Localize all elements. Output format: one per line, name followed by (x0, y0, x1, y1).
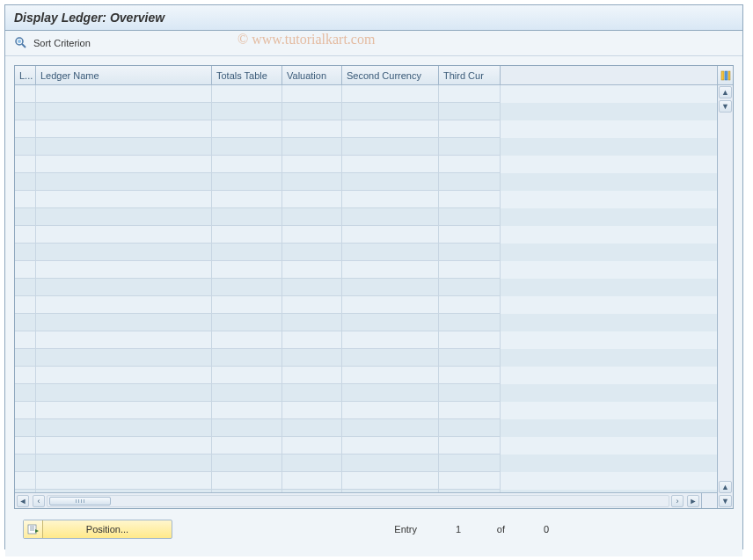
table-row[interactable] (15, 191, 717, 208)
table-cell[interactable] (439, 173, 501, 191)
table-cell[interactable] (15, 419, 36, 437)
table-row[interactable] (15, 437, 717, 455)
table-cell[interactable] (15, 279, 36, 296)
table-cell[interactable] (212, 261, 282, 279)
table-cell[interactable] (15, 226, 36, 244)
table-cell[interactable] (439, 103, 501, 120)
table-cell[interactable] (36, 208, 212, 226)
table-row[interactable] (15, 120, 717, 138)
table-cell[interactable] (15, 120, 36, 138)
table-row[interactable] (15, 208, 717, 226)
table-row[interactable] (15, 349, 717, 367)
table-cell[interactable] (212, 384, 282, 402)
table-cell[interactable] (212, 437, 282, 455)
vertical-scrollbar[interactable]: ▲ ▼ ▲ ▼ (718, 85, 733, 508)
table-cell[interactable] (282, 120, 342, 138)
table-row[interactable] (15, 384, 717, 402)
position-button[interactable]: Position... (23, 520, 172, 539)
table-cell[interactable] (342, 314, 439, 331)
table-cell[interactable] (212, 226, 282, 244)
table-cell[interactable] (439, 296, 501, 314)
table-cell[interactable] (282, 296, 342, 314)
column-header-second-currency[interactable]: Second Currency (342, 66, 439, 84)
table-cell[interactable] (36, 191, 212, 208)
table-cell[interactable] (282, 191, 342, 208)
table-cell[interactable] (342, 279, 439, 296)
table-cell[interactable] (282, 173, 342, 191)
table-cell[interactable] (439, 279, 501, 296)
table-cell[interactable] (282, 261, 342, 279)
table-cell[interactable] (36, 226, 212, 244)
table-cell[interactable] (342, 208, 439, 226)
table-cell[interactable] (282, 472, 342, 490)
table-cell[interactable] (15, 156, 36, 173)
table-row[interactable] (15, 472, 717, 490)
table-cell[interactable] (342, 419, 439, 437)
table-row[interactable] (15, 419, 717, 437)
table-cell[interactable] (342, 103, 439, 120)
table-cell[interactable] (212, 103, 282, 120)
table-cell[interactable] (212, 138, 282, 156)
table-cell[interactable] (212, 173, 282, 191)
table-cell[interactable] (212, 367, 282, 384)
table-cell[interactable] (282, 244, 342, 261)
table-cell[interactable] (439, 314, 501, 331)
table-cell[interactable] (282, 156, 342, 173)
table-cell[interactable] (439, 472, 501, 490)
table-row[interactable] (15, 279, 717, 296)
table-cell[interactable] (36, 296, 212, 314)
table-cell[interactable] (342, 331, 439, 349)
table-cell[interactable] (282, 103, 342, 120)
horizontal-scrollbar[interactable]: ◄ ‹ › ► (15, 493, 701, 508)
table-cell[interactable] (439, 455, 501, 472)
table-row[interactable] (15, 402, 717, 419)
scroll-up-start-icon[interactable]: ▲ (719, 86, 732, 98)
table-cell[interactable] (342, 173, 439, 191)
table-config-button[interactable] (718, 66, 733, 85)
scroll-down-end-icon[interactable]: ▼ (719, 495, 732, 507)
table-cell[interactable] (439, 402, 501, 419)
table-cell[interactable] (36, 331, 212, 349)
table-cell[interactable] (36, 419, 212, 437)
scroll-right-icon[interactable]: › (671, 495, 684, 507)
column-header-ledger-name[interactable]: Ledger Name (36, 66, 212, 84)
table-cell[interactable] (439, 226, 501, 244)
table-cell[interactable] (282, 419, 342, 437)
table-cell[interactable] (36, 173, 212, 191)
table-cell[interactable] (282, 208, 342, 226)
table-row[interactable] (15, 226, 717, 244)
table-cell[interactable] (342, 226, 439, 244)
table-cell[interactable] (342, 402, 439, 419)
table-cell[interactable] (282, 138, 342, 156)
table-cell[interactable] (212, 120, 282, 138)
table-row[interactable] (15, 455, 717, 472)
table-cell[interactable] (282, 384, 342, 402)
table-row[interactable] (15, 331, 717, 349)
table-cell[interactable] (15, 331, 36, 349)
table-cell[interactable] (342, 367, 439, 384)
table-cell[interactable] (212, 349, 282, 367)
table-cell[interactable] (439, 367, 501, 384)
sort-criterion-button[interactable]: Sort Criterion (33, 38, 91, 48)
table-row[interactable] (15, 314, 717, 331)
table-cell[interactable] (15, 173, 36, 191)
scroll-down-icon[interactable]: ▲ (719, 481, 732, 493)
table-cell[interactable] (212, 156, 282, 173)
table-cell[interactable] (439, 261, 501, 279)
table-cell[interactable] (36, 384, 212, 402)
vertical-scroll-track[interactable] (718, 113, 733, 480)
table-cell[interactable] (15, 85, 36, 103)
table-cell[interactable] (212, 191, 282, 208)
horizontal-scroll-track[interactable] (47, 495, 669, 507)
scroll-left-icon[interactable]: ‹ (33, 495, 45, 507)
table-row[interactable] (15, 261, 717, 279)
table-cell[interactable] (439, 384, 501, 402)
table-cell[interactable] (282, 226, 342, 244)
table-row[interactable] (15, 367, 717, 384)
scroll-right-end-icon[interactable]: ► (687, 495, 699, 507)
table-cell[interactable] (15, 296, 36, 314)
table-cell[interactable] (36, 437, 212, 455)
table-cell[interactable] (439, 437, 501, 455)
table-cell[interactable] (439, 138, 501, 156)
table-cell[interactable] (15, 261, 36, 279)
